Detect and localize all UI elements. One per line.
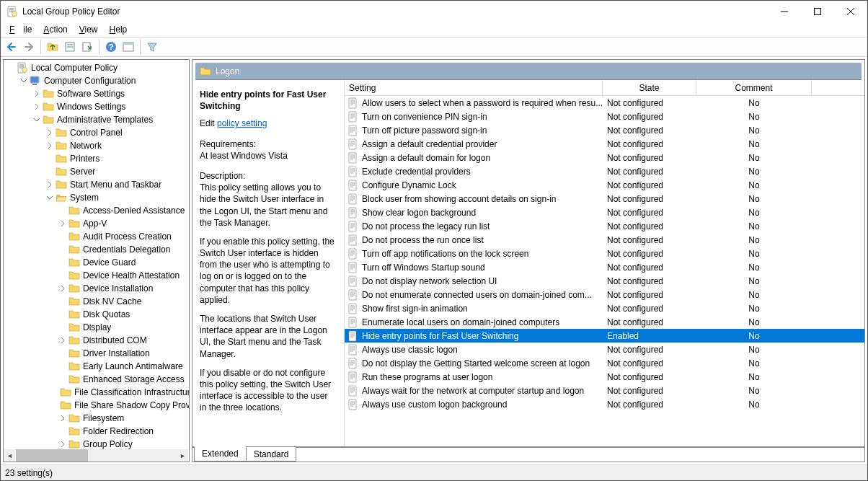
policy-row[interactable]: Assign a default domain for logonNot con… bbox=[345, 151, 864, 164]
scroll-left-icon[interactable]: ◄ bbox=[4, 449, 16, 462]
menu-view[interactable]: View bbox=[75, 23, 102, 36]
policy-row[interactable]: Run these programs at user logonNot conf… bbox=[345, 370, 864, 384]
policy-row[interactable]: Turn off app notifications on the lock s… bbox=[345, 247, 864, 260]
tree-item[interactable]: File Share Shadow Copy Provider bbox=[4, 399, 189, 412]
policy-row[interactable]: Block user from showing account details … bbox=[345, 192, 864, 206]
tree-item[interactable]: File Classification Infrastructure bbox=[4, 386, 189, 399]
expand-icon[interactable] bbox=[58, 284, 67, 293]
expand-icon[interactable] bbox=[45, 128, 54, 137]
policy-row[interactable]: Show first sign-in animationNot configur… bbox=[345, 301, 864, 315]
tree-item[interactable]: Enhanced Storage Access bbox=[4, 373, 189, 386]
policy-row[interactable]: Assign a default credential providerNot … bbox=[345, 137, 864, 151]
tree-item[interactable]: System bbox=[4, 191, 189, 204]
tree-item[interactable]: Driver Installation bbox=[4, 347, 189, 360]
menu-help[interactable]: Help bbox=[105, 23, 132, 36]
tree-item[interactable]: Display bbox=[4, 321, 189, 334]
tree-item[interactable]: App-V bbox=[4, 217, 189, 230]
tree[interactable]: Local Computer PolicyComputer Configurat… bbox=[4, 60, 189, 449]
column-comment[interactable]: Comment bbox=[696, 80, 812, 95]
maximize-button[interactable] bbox=[801, 1, 834, 22]
requirements-text: At least Windows Vista bbox=[200, 150, 337, 162]
policy-row[interactable]: Do not process the run once listNot conf… bbox=[345, 233, 864, 247]
tree-item[interactable]: Administrative Templates bbox=[4, 113, 189, 126]
expand-icon[interactable] bbox=[32, 89, 41, 98]
expand-icon[interactable] bbox=[32, 115, 41, 124]
tab-standard[interactable]: Standard bbox=[246, 447, 297, 462]
folderopen-icon bbox=[56, 192, 67, 203]
tree-item[interactable]: Group Policy bbox=[4, 438, 189, 449]
policy-row[interactable]: Always use custom logon backgroundNot co… bbox=[345, 397, 864, 411]
expand-icon[interactable] bbox=[45, 193, 54, 202]
export-button[interactable] bbox=[79, 39, 95, 55]
tree-item[interactable]: Control Panel bbox=[4, 126, 189, 139]
tree-item[interactable]: Disk NV Cache bbox=[4, 295, 189, 308]
show-hide-tree-button[interactable] bbox=[62, 39, 78, 55]
tab-extended[interactable]: Extended bbox=[194, 446, 247, 462]
policy-row[interactable]: Enumerate local users on domain-joined c… bbox=[345, 315, 864, 329]
column-state[interactable]: State bbox=[603, 80, 696, 95]
column-setting[interactable]: Setting bbox=[345, 80, 603, 95]
forward-button[interactable] bbox=[21, 39, 37, 55]
tree-item[interactable]: Audit Process Creation bbox=[4, 230, 189, 243]
tree-item[interactable]: Device Health Attestation bbox=[4, 269, 189, 282]
minimize-button[interactable] bbox=[768, 1, 801, 22]
policy-row[interactable]: Do not enumerate connected users on doma… bbox=[345, 288, 864, 301]
close-button[interactable] bbox=[834, 1, 867, 22]
policy-row[interactable]: Turn off picture password sign-inNot con… bbox=[345, 123, 864, 137]
policy-row[interactable]: Turn on convenience PIN sign-inNot confi… bbox=[345, 110, 864, 123]
policy-comment: No bbox=[696, 249, 812, 259]
policy-row[interactable]: Exclude credential providersNot configur… bbox=[345, 164, 864, 178]
menu-file[interactable]: File bbox=[5, 23, 36, 36]
policy-state: Not configured bbox=[603, 372, 696, 382]
edit-policy-link[interactable]: policy setting bbox=[217, 118, 267, 128]
list-body[interactable]: Allow users to select when a password is… bbox=[345, 96, 864, 446]
expand-icon[interactable] bbox=[58, 414, 67, 423]
policy-row[interactable]: Do not process the legacy run listNot co… bbox=[345, 219, 864, 233]
selected-policy-title: Hide entry points for Fast User Switchin… bbox=[200, 89, 337, 112]
tree-item[interactable]: Network bbox=[4, 139, 189, 152]
policy-row[interactable]: Show clear logon backgroundNot configure… bbox=[345, 206, 864, 219]
expand-icon[interactable] bbox=[58, 440, 67, 449]
expand-icon[interactable] bbox=[45, 141, 54, 150]
up-button[interactable] bbox=[45, 39, 61, 55]
tree-hscrollbar[interactable]: ◄ ► bbox=[4, 449, 189, 462]
policy-row[interactable]: Always wait for the network at computer … bbox=[345, 384, 864, 397]
policy-row[interactable]: Hide entry points for Fast User Switchin… bbox=[345, 329, 864, 343]
expand-icon[interactable] bbox=[58, 219, 67, 228]
filter-button[interactable] bbox=[144, 39, 160, 55]
policy-row[interactable]: Allow users to select when a password is… bbox=[345, 96, 864, 110]
tree-item[interactable]: Printers bbox=[4, 152, 189, 165]
tree-item[interactable]: Folder Redirection bbox=[4, 425, 189, 438]
policy-row[interactable]: Do not display network selection UINot c… bbox=[345, 274, 864, 288]
policy-row[interactable]: Turn off Windows Startup soundNot config… bbox=[345, 260, 864, 274]
tree-item[interactable]: Early Launch Antimalware bbox=[4, 360, 189, 373]
tree-item[interactable]: Server bbox=[4, 165, 189, 178]
tree-item[interactable]: Device Installation bbox=[4, 282, 189, 295]
policy-row[interactable]: Do not display the Getting Started welco… bbox=[345, 356, 864, 370]
tree-item[interactable]: Software Settings bbox=[4, 87, 189, 100]
expand-icon[interactable] bbox=[19, 76, 28, 85]
tree-item[interactable]: Local Computer Policy bbox=[4, 61, 189, 74]
tree-item[interactable]: Filesystem bbox=[4, 412, 189, 425]
policy-row[interactable]: Always use classic logonNot configuredNo bbox=[345, 343, 864, 356]
panel-button[interactable] bbox=[120, 39, 136, 55]
policy-comment: No bbox=[696, 400, 812, 410]
back-button[interactable] bbox=[4, 39, 19, 55]
expand-icon[interactable] bbox=[32, 102, 41, 111]
tree-item[interactable]: Access-Denied Assistance bbox=[4, 204, 189, 217]
tree-item[interactable]: Computer Configuration bbox=[4, 74, 189, 87]
tree-item[interactable]: Start Menu and Taskbar bbox=[4, 178, 189, 191]
expand-icon[interactable] bbox=[45, 180, 54, 189]
menu-action[interactable]: Action bbox=[39, 23, 71, 36]
tree-item[interactable]: Credentials Delegation bbox=[4, 243, 189, 256]
help-button[interactable] bbox=[103, 39, 119, 55]
policy-row[interactable]: Configure Dynamic LockNot configuredNo bbox=[345, 178, 864, 192]
tree-item[interactable]: Disk Quotas bbox=[4, 308, 189, 321]
tree-item[interactable]: Windows Settings bbox=[4, 100, 189, 113]
tree-item[interactable]: Device Guard bbox=[4, 256, 189, 269]
expand-icon[interactable] bbox=[58, 336, 67, 345]
policy-name: Turn off Windows Startup sound bbox=[362, 262, 485, 273]
policy-state: Not configured bbox=[603, 262, 696, 273]
tree-item[interactable]: Distributed COM bbox=[4, 334, 189, 347]
scroll-right-icon[interactable]: ► bbox=[177, 449, 189, 462]
